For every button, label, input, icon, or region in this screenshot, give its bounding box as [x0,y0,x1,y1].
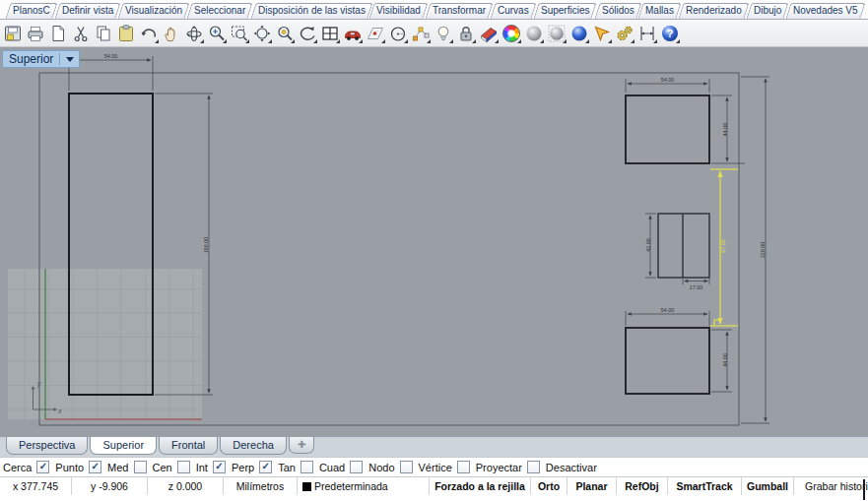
checkbox-proyectar[interactable] [527,461,540,473]
pane-gumball[interactable]: Gumball [742,477,794,495]
checkbox-punto[interactable]: ✓ [89,461,101,473]
car-button[interactable] [342,22,364,44]
control-points-button[interactable] [410,22,432,44]
circle-button[interactable] [387,22,409,44]
osnap-punto[interactable]: Punto✓ [55,461,101,473]
bottom-right-rectangle[interactable] [626,328,709,394]
status-y-coordinate: y -9.906 [72,477,148,495]
paste-button[interactable] [115,22,137,44]
checkbox-vertice[interactable] [457,461,470,473]
menu-tab-mallas[interactable]: Mallas [638,3,682,19]
viewport-layout-button[interactable] [319,22,341,44]
osnap-cen[interactable]: Cen [153,461,190,473]
lock-button[interactable] [455,22,477,44]
drive-path-button[interactable] [365,22,386,44]
osnap-proyectar[interactable]: Proyectar [476,461,540,473]
shaded-view-button[interactable] [523,22,545,44]
osnap-int[interactable]: Int✓ [196,461,226,473]
pane-smarttrack[interactable]: SmartTrack [668,477,742,495]
osnap-vertice[interactable]: Vértice [419,461,470,473]
rotate-view-button[interactable] [297,22,318,44]
zoom-in-icon [207,24,227,43]
help-button[interactable]: ? [659,22,681,44]
osnap-nodo[interactable]: Nodo [368,461,412,473]
viewport-title[interactable]: Superior [2,50,80,68]
pane-grabar-historial[interactable]: Grabar historial [794,477,868,495]
pan-button[interactable] [161,22,182,44]
checkbox-int[interactable]: ✓ [213,461,226,473]
menu-tab-seleccionar[interactable]: Seleccionar [187,3,253,19]
dim-middle-width: 17.00 [690,284,702,290]
plus-icon: ✚ [298,439,305,450]
tab-perspectiva[interactable]: Perspectiva [6,437,88,455]
osnap-cuad[interactable]: Cuad [319,461,363,473]
orbit-icon [184,24,204,43]
checkbox-nodo[interactable] [400,461,413,473]
menu-tab-renderizado[interactable]: Renderizado [679,3,750,19]
zoom-in-button[interactable] [206,22,228,44]
pane-refobj[interactable]: RefObj [617,477,668,495]
tab-derecha[interactable]: Derecha [220,437,287,455]
osnap-bar: Cerca✓ Punto✓ Med Cen Int✓ Perp✓ Tan Cua… [0,457,868,476]
menu-tab-solidos[interactable]: Sólidos [594,3,641,19]
undo-button[interactable] [138,22,160,44]
copy-button[interactable] [93,22,114,44]
menu-tab-definir-vista[interactable]: Definir vista [54,3,120,19]
chevron-down-icon[interactable] [66,57,74,62]
checkbox-med[interactable] [134,461,147,473]
rendered-sphere-icon [569,24,589,43]
menu-tab-transformar[interactable]: Transformar [426,3,494,19]
status-layer[interactable]: Predeterminada [298,477,430,495]
menu-tab-superficies[interactable]: Superficies [533,3,597,19]
tab-superior[interactable]: Superior [90,437,157,455]
checkbox-cerca[interactable]: ✓ [36,461,49,473]
checkbox-cen[interactable] [177,461,190,473]
menu-tab-disposicion-vistas[interactable]: Disposición de las vistas [250,3,372,19]
lamp-button[interactable] [433,22,454,44]
print-button[interactable] [25,22,46,44]
zoom-window-button[interactable] [229,22,250,44]
menu-tab-visualizacion[interactable]: Visualización [117,3,189,19]
checkbox-tan[interactable] [300,461,313,473]
viewport-tab-bar: Perspectiva Superior Frontal Derecha ✚ [0,436,868,457]
pane-forzado-rejilla[interactable]: Forzado a la rejilla [430,477,531,495]
export-button[interactable] [47,22,69,44]
menu-tab-dibujo[interactable]: Dibujo [746,3,789,19]
viewport-canvas[interactable]: y x [0,47,868,436]
checkbox-cuad[interactable] [350,461,363,473]
menu-tab-curvas[interactable]: Curvas [491,3,537,19]
top-right-rectangle[interactable] [626,95,709,163]
zoom-selected-button[interactable] [274,22,296,44]
osnap-desactivar[interactable]: Desactivar [546,462,597,473]
menu-tab-novedades-v5[interactable]: Novedades V5 [786,3,866,19]
osnap-cerca[interactable]: Cerca✓ [3,461,49,473]
tab-frontal[interactable]: Frontal [159,437,218,455]
save-button[interactable] [2,22,24,44]
dimension-labels: 54.00 195.00 54.00 44.00 42.00 17.00 54.… [104,53,766,367]
osnap-tan[interactable]: Tan [278,461,313,473]
viewport-superior[interactable]: Superior [0,47,868,436]
selection-filter-button[interactable] [591,22,613,44]
help-icon: ? [660,24,680,43]
add-viewport-tab-button[interactable]: ✚ [289,437,314,454]
wireframe-sphere-icon [547,24,567,43]
wireframe-view-button[interactable] [546,22,568,44]
dimension-button[interactable] [636,22,658,44]
lamp-icon [434,24,453,43]
menu-tab-planosc[interactable]: PlanosC [5,3,57,19]
options-button[interactable] [614,22,635,44]
checkbox-perp[interactable]: ✓ [259,461,272,473]
color-wheel-button[interactable] [501,22,522,44]
layer-wedge-button[interactable] [478,22,500,44]
osnap-med[interactable]: Med [107,461,146,473]
status-units[interactable]: Milímetros [224,477,298,495]
zoom-extents-button[interactable] [251,22,273,44]
rendered-view-button[interactable] [568,22,590,44]
pane-planar[interactable]: Planar [568,477,617,495]
cut-button[interactable] [70,22,92,44]
menu-tab-visibilidad[interactable]: Visibilidad [369,3,429,19]
pane-orto[interactable]: Orto [531,477,568,495]
orbit-button[interactable] [183,22,205,44]
osnap-perp[interactable]: Perp✓ [232,461,272,473]
middle-right-rectangle[interactable] [658,214,709,278]
